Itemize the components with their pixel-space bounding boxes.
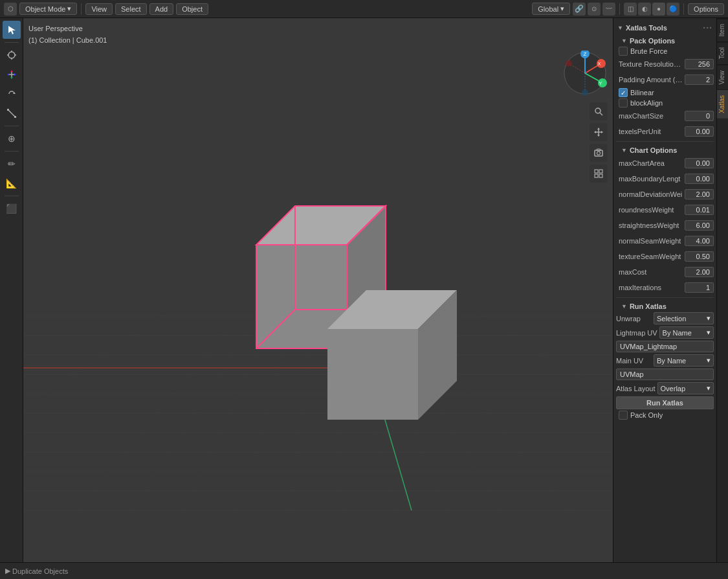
xatlas-header[interactable]: ▼ Xatlas Tools ··· — [616, 21, 714, 35]
xatlas-arrow: ▼ — [617, 25, 623, 31]
nav-gizmo[interactable]: X Y Z — [562, 51, 608, 96]
lightmap-uv-label: Lightmap UV — [616, 329, 657, 337]
chart-row-5: normalSeamWeight 4.00 — [616, 234, 714, 248]
scale-tool-btn[interactable] — [3, 104, 21, 122]
svg-line-73 — [600, 113, 602, 115]
svg-point-1 — [8, 52, 15, 58]
main-uv-dropdown[interactable]: By Name ▾ — [654, 354, 714, 367]
divider-1 — [616, 141, 714, 142]
bilinear-checkbox[interactable]: ✓ — [619, 88, 628, 97]
transform-tool-btn[interactable]: ⊕ — [3, 130, 21, 148]
rotate-tool-btn[interactable] — [3, 85, 21, 103]
object-mode-label: Object Mode — [25, 5, 65, 13]
atlas-layout-chevron: ▾ — [707, 384, 711, 392]
unwrap-dropdown[interactable]: Selection ▾ — [654, 312, 714, 324]
viewport-shading-3[interactable]: ● — [652, 3, 665, 16]
chart-value-6[interactable]: 0.50 — [685, 251, 714, 262]
unwrap-row: Unwrap Selection ▾ — [616, 312, 714, 324]
chart-value-5[interactable]: 4.00 — [685, 236, 714, 246]
unwrap-chevron: ▾ — [707, 314, 711, 323]
view-menu[interactable]: View — [85, 3, 113, 15]
brute-force-checkbox[interactable] — [619, 47, 628, 56]
lightmap-uv-name[interactable]: UVMap_Lightmap — [616, 341, 714, 352]
chart-value-4[interactable]: 6.00 — [685, 220, 714, 231]
atlas-layout-row: Atlas Layout Overlap ▾ — [616, 382, 714, 394]
atlas-layout-dropdown[interactable]: Overlap ▾ — [657, 382, 714, 394]
svg-marker-10 — [7, 73, 9, 76]
chart-options-header[interactable]: ▼ Chart Options — [616, 144, 714, 156]
max-chart-size-label: maxChartSize — [616, 112, 685, 120]
expand-icon: ▶ — [5, 567, 10, 575]
block-align-checkbox[interactable] — [619, 98, 628, 108]
measure-tool-btn[interactable]: 📐 — [3, 174, 21, 192]
tab-xatlas[interactable]: Xatlas — [717, 89, 729, 119]
chart-value-8[interactable]: 1 — [685, 282, 714, 293]
global-dropdown[interactable]: Global ▾ — [532, 3, 570, 15]
duplicate-objects-item[interactable]: ▶ Duplicate Objects — [5, 567, 68, 575]
viewport-shading-2[interactable]: ◐ — [638, 3, 651, 16]
options-btn[interactable]: Options — [688, 3, 724, 15]
pan-icon-btn[interactable] — [590, 123, 608, 141]
chart-label-5: normalSeamWeight — [616, 237, 685, 245]
add-cube-btn[interactable]: ⬛ — [3, 199, 21, 218]
chart-value-0[interactable]: 0.00 — [685, 158, 714, 168]
chart-label-1: maxBoundaryLengt — [616, 175, 685, 183]
tab-item[interactable]: Item — [717, 18, 729, 41]
max-chart-size-value[interactable]: 0 — [685, 111, 714, 121]
cursor-tool-btn[interactable] — [3, 46, 21, 64]
select-menu[interactable]: Select — [115, 3, 147, 15]
grid-icon-btn[interactable] — [590, 165, 608, 183]
chart-options-title: Chart Options — [630, 146, 677, 154]
top-bar: ⬡ Object Mode ▾ View Select Add Object G… — [0, 0, 728, 18]
padding-amount-value[interactable]: 2 — [685, 74, 714, 85]
add-menu[interactable]: Add — [149, 3, 174, 15]
pack-options-header[interactable]: ▼ Pack Options — [616, 35, 714, 47]
main-uv-name[interactable]: UVMap — [616, 369, 714, 380]
chart-value-2[interactable]: 2.00 — [685, 189, 714, 199]
run-xatlas-arrow: ▼ — [621, 303, 627, 310]
camera-icon-btn[interactable] — [590, 144, 608, 162]
svg-point-71 — [582, 89, 588, 96]
proportional-icon[interactable]: ⊙ — [588, 3, 601, 16]
viewport-shading-4[interactable]: 🔵 — [667, 3, 679, 16]
texture-resolution-row: Texture Resolution (p 256 — [616, 57, 714, 71]
sep2 — [619, 3, 620, 15]
annotate-tool-btn[interactable]: ✏ — [3, 155, 21, 173]
editor-type-icon[interactable]: ⬡ — [4, 3, 17, 16]
sep1 — [81, 3, 82, 15]
chart-value-3[interactable]: 0.01 — [685, 205, 714, 215]
move-tool-btn[interactable] — [3, 65, 21, 84]
chart-options-rows: maxChartArea 0.00 maxBoundaryLengt 0.00 … — [616, 156, 714, 295]
texture-resolution-value[interactable]: 256 — [685, 59, 714, 69]
brute-force-row[interactable]: Brute Force — [616, 47, 714, 56]
tab-view[interactable]: View — [717, 65, 729, 90]
viewport-shading-1[interactable]: ◫ — [624, 3, 637, 16]
run-xatlas-header[interactable]: ▼ Run Xatlas — [616, 301, 714, 312]
lightmap-uv-dropdown[interactable]: By Name ▾ — [659, 326, 714, 339]
tab-tool[interactable]: Tool — [717, 41, 729, 64]
select-tool-btn[interactable] — [3, 21, 21, 39]
viewport[interactable]: .grid-h { stroke: #4a4a4a; stroke-width:… — [23, 18, 613, 562]
lightmap-uv-value: By Name — [663, 329, 692, 337]
block-align-row[interactable]: blockAlign — [616, 98, 714, 108]
bilinear-row[interactable]: ✓ Bilinear — [616, 88, 714, 97]
object-mode-dropdown[interactable]: Object Mode ▾ — [19, 3, 77, 15]
chart-label-3: roundnessWeight — [616, 206, 685, 214]
pack-only-checkbox[interactable] — [619, 411, 628, 420]
texels-per-unit-value[interactable]: 0.00 — [685, 126, 714, 137]
snap-icon[interactable]: 🔗 — [573, 3, 586, 16]
panel-tabs: Item Tool View Xatlas — [716, 18, 728, 562]
chart-row-2: normalDeviationWei 2.00 — [616, 187, 714, 201]
chart-value-7[interactable]: 2.00 — [685, 267, 714, 277]
zoom-icon-btn[interactable] — [590, 102, 608, 120]
toolbar-sep-1 — [5, 42, 19, 43]
object-menu[interactable]: Object — [176, 3, 208, 15]
viewport-right-icons — [590, 102, 608, 183]
svg-marker-76 — [594, 131, 596, 133]
pack-only-row[interactable]: Pack Only — [616, 411, 714, 420]
falloff-icon[interactable]: 〰 — [602, 3, 615, 16]
run-xatlas-button[interactable]: Run Xatlas — [616, 396, 714, 409]
left-toolbar: ⊕ ✏ 📐 ⬛ — [0, 18, 23, 562]
chart-value-1[interactable]: 0.00 — [685, 174, 714, 184]
object-mode-chevron: ▾ — [67, 5, 71, 13]
